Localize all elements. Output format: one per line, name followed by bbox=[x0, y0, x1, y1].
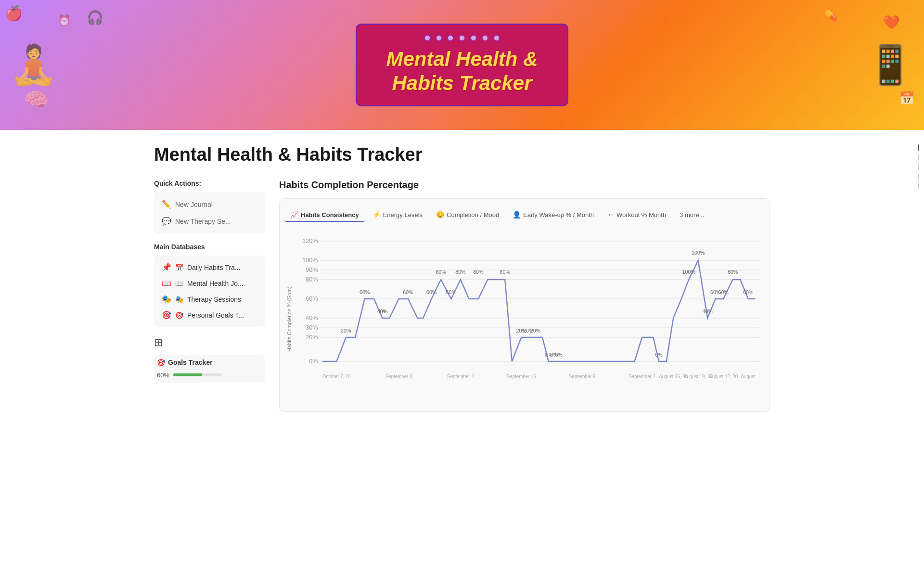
daily-habits-emoji: 📅 bbox=[175, 264, 183, 271]
chart-svg: .grid-line { stroke: #e0e0e0; stroke-wid… bbox=[292, 231, 760, 405]
new-journal-button[interactable]: ✏️ New Journal bbox=[157, 196, 262, 213]
svg-text:60%: 60% bbox=[426, 289, 437, 295]
main-container: Mental Health & Habits Tracker Quick Act… bbox=[125, 130, 799, 426]
scrollbar[interactable] bbox=[918, 144, 919, 190]
personal-goals-label: Personal Goals T... bbox=[187, 311, 244, 319]
tab-more[interactable]: 3 more... bbox=[674, 209, 710, 222]
therapy-sessions-label: Therapy Sessions bbox=[187, 295, 241, 303]
sidebar: Quick Actions: ✏️ New Journal 💬 New Ther… bbox=[154, 180, 265, 392]
daily-habits-label: Daily Habits Tra... bbox=[187, 264, 240, 271]
svg-text:80%: 80% bbox=[728, 269, 738, 275]
scrollbar-line-3 bbox=[918, 164, 919, 170]
completion-mood-icon: 😊 bbox=[436, 211, 444, 218]
svg-text:September 3: September 3 bbox=[385, 374, 412, 379]
quick-actions-title: Quick Actions: bbox=[154, 180, 265, 187]
svg-text:60%: 60% bbox=[306, 295, 318, 302]
early-wakeup-icon: 👤 bbox=[513, 211, 521, 218]
workout-icon: ↔ bbox=[607, 211, 614, 218]
svg-text:80%: 80% bbox=[500, 269, 511, 275]
svg-text:60%: 60% bbox=[446, 289, 457, 295]
svg-text:40%: 40% bbox=[702, 308, 713, 314]
tab-completion-mood[interactable]: 😊 Completion / Mood bbox=[430, 208, 505, 222]
svg-text:60%: 60% bbox=[718, 289, 729, 295]
goals-progress-bar bbox=[173, 373, 221, 376]
svg-text:20%: 20% bbox=[341, 328, 351, 333]
tab-workout[interactable]: ↔ Workout % Month bbox=[602, 208, 672, 222]
svg-text:80%: 80% bbox=[473, 269, 484, 275]
banner-title-box: Mental Health & Habits Tracker bbox=[356, 24, 568, 107]
svg-text:80%: 80% bbox=[455, 269, 466, 275]
svg-text:40%: 40% bbox=[377, 308, 388, 314]
personal-goals-emoji: 🎯 bbox=[175, 311, 183, 319]
quick-actions-card: ✏️ New Journal 💬 New Therapy Se... bbox=[154, 192, 265, 233]
goals-pct: 60% bbox=[157, 372, 169, 379]
svg-text:100%: 100% bbox=[302, 256, 318, 264]
svg-text:120%: 120% bbox=[302, 237, 318, 244]
habits-consistency-label: Habits Consistency bbox=[301, 211, 359, 218]
goals-tracker[interactable]: 🎯 Goals Tracker 60% bbox=[154, 355, 265, 383]
habits-consistency-icon: 📈 bbox=[290, 211, 298, 218]
svg-text:September 2: September 2 bbox=[447, 374, 474, 379]
svg-text:September 9: September 9 bbox=[569, 374, 596, 379]
main-databases-card: 📌 📅 Daily Habits Tra... 📖 📖 Mental Healt… bbox=[154, 256, 265, 327]
mental-health-emoji: 📖 bbox=[175, 280, 183, 287]
journal-icon: ✏️ bbox=[162, 200, 171, 209]
content-layout: Quick Actions: ✏️ New Journal 💬 New Ther… bbox=[154, 180, 770, 412]
scrollbar-line-4 bbox=[918, 173, 919, 180]
tab-habits-consistency[interactable]: 📈 Habits Consistency bbox=[284, 208, 365, 222]
new-therapy-button[interactable]: 💬 New Therapy Se... bbox=[157, 213, 262, 230]
banner: 🧘 🍎 🎧 🧠 ⏰ Mental Health & Habits Tracker… bbox=[0, 0, 924, 130]
svg-text:20%: 20% bbox=[306, 333, 318, 341]
banner-dots bbox=[386, 35, 538, 41]
therapy-sessions-icon: 🎭 bbox=[162, 295, 171, 304]
daily-habits-item[interactable]: 📌 📅 Daily Habits Tra... bbox=[157, 259, 262, 275]
y-axis-label: Habits Completion % (Sum) bbox=[284, 231, 292, 407]
svg-text:September 16: September 16 bbox=[507, 374, 537, 379]
svg-text:100%: 100% bbox=[682, 269, 696, 275]
banner-deco-left: 🧘 🍎 🎧 🧠 ⏰ bbox=[0, 0, 144, 130]
svg-text:100%: 100% bbox=[692, 250, 705, 256]
therapy-icon: 💬 bbox=[162, 217, 171, 226]
banner-deco-right: 📱 ❤️ 📅 💊 bbox=[780, 0, 924, 130]
svg-text:August 19, 20: August 19, 20 bbox=[684, 374, 713, 379]
scrollbar-line-2 bbox=[918, 154, 919, 161]
svg-text:80%: 80% bbox=[306, 276, 318, 283]
personal-goals-item[interactable]: 🎯 🎯 Personal Goals T... bbox=[157, 307, 262, 323]
energy-levels-label: Energy Levels bbox=[383, 211, 423, 218]
svg-text:60%: 60% bbox=[743, 289, 754, 295]
scrollbar-line-1 bbox=[918, 144, 919, 151]
svg-text:September 2: September 2 bbox=[629, 374, 655, 379]
chart-tabs: 📈 Habits Consistency ⚡ Energy Levels 😊 C… bbox=[284, 208, 760, 222]
mental-health-icon: 📖 bbox=[162, 279, 171, 288]
scrollbar-line-5 bbox=[918, 183, 919, 190]
daily-habits-icon: 📌 bbox=[162, 263, 171, 272]
tab-energy-levels[interactable]: ⚡ Energy Levels bbox=[367, 208, 428, 222]
svg-text:30%: 30% bbox=[306, 324, 318, 331]
svg-text:0%: 0% bbox=[655, 352, 663, 358]
chart-title: Habits Completion Percentage bbox=[279, 180, 770, 191]
tab-early-wakeup[interactable]: 👤 Early Wake-up % / Month bbox=[507, 208, 600, 222]
svg-text:40%: 40% bbox=[306, 314, 318, 321]
page-title: Mental Health & Habits Tracker bbox=[154, 144, 770, 165]
grid-icon: ⊞ bbox=[154, 336, 265, 349]
chart-area: Habits Completion Percentage 📈 Habits Co… bbox=[279, 180, 770, 412]
svg-text:60%: 60% bbox=[359, 289, 370, 295]
svg-text:October 7, 20: October 7, 20 bbox=[322, 374, 351, 379]
energy-levels-icon: ⚡ bbox=[372, 211, 381, 218]
svg-text:0%: 0% bbox=[309, 358, 318, 365]
main-databases-title: Main Databases bbox=[154, 243, 265, 251]
more-label: 3 more... bbox=[680, 211, 704, 218]
early-wakeup-label: Early Wake-up % / Month bbox=[523, 211, 594, 218]
svg-text:0%: 0% bbox=[555, 352, 563, 358]
goals-tracker-title: 🎯 Goals Tracker bbox=[157, 359, 262, 366]
svg-text:90%: 90% bbox=[306, 266, 318, 273]
chart-container: 📈 Habits Consistency ⚡ Energy Levels 😊 C… bbox=[279, 198, 770, 412]
banner-title: Mental Health & Habits Tracker bbox=[386, 47, 538, 96]
svg-text:August: August bbox=[741, 374, 756, 379]
workout-label: Workout % Month bbox=[616, 211, 666, 218]
mental-health-label: Mental Health Jo... bbox=[187, 280, 244, 287]
svg-text:60%: 60% bbox=[403, 289, 413, 295]
therapy-sessions-item[interactable]: 🎭 🎭 Therapy Sessions bbox=[157, 291, 262, 307]
mental-health-item[interactable]: 📖 📖 Mental Health Jo... bbox=[157, 275, 262, 291]
goals-tracker-icon: 🎯 bbox=[157, 359, 165, 366]
